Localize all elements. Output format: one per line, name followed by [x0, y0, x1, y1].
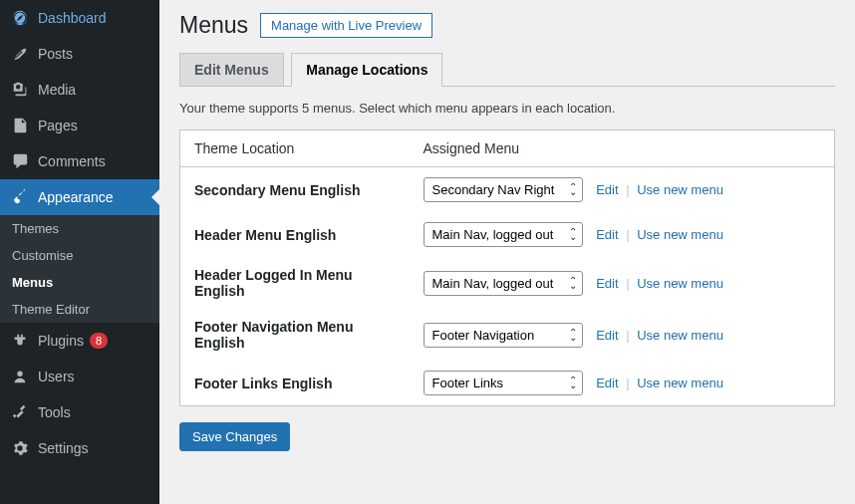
sidebar-label: Users — [38, 369, 75, 384]
edit-link[interactable]: Edit — [596, 328, 618, 343]
edit-link[interactable]: Edit — [596, 376, 618, 390]
sidebar-item-users[interactable]: Users — [0, 359, 159, 394]
comment-icon — [10, 151, 30, 171]
brush-icon — [10, 187, 30, 207]
edit-link[interactable]: Edit — [596, 276, 618, 291]
sidebar-item-tools[interactable]: Tools — [0, 394, 159, 430]
submenu-item-themes[interactable]: Themes — [0, 215, 159, 242]
row-actions: Edit | Use new menu — [596, 376, 723, 390]
intro-text: Your theme supports 5 menus. Select whic… — [179, 101, 835, 116]
table-row: Header Logged In Menu English Main Nav, … — [180, 257, 835, 309]
plugin-icon — [10, 331, 30, 351]
table-row: Footer Navigation Menu English Footer Na… — [180, 309, 835, 361]
tools-icon — [10, 402, 30, 422]
sidebar-item-settings[interactable]: Settings — [0, 430, 159, 466]
sidebar-item-media[interactable]: Media — [0, 72, 159, 108]
page-title: Menus — [179, 12, 248, 39]
sidebar-label: Tools — [38, 404, 71, 420]
use-new-menu-link[interactable]: Use new menu — [637, 328, 723, 343]
submenu-item-customise[interactable]: Customise — [0, 242, 159, 269]
users-icon — [10, 367, 30, 386]
tab-edit-menus[interactable]: Edit Menus — [179, 53, 284, 86]
assigned-menu-select[interactable]: Secondary Nav Right — [424, 177, 583, 202]
page-header: Menus Manage with Live Preview — [179, 0, 835, 39]
edit-link[interactable]: Edit — [596, 182, 618, 197]
sidebar-label: Media — [38, 82, 76, 98]
sidebar-label: Posts — [38, 46, 73, 62]
sidebar-submenu-appearance: Themes Customise Menus Theme Editor — [0, 215, 159, 323]
tab-manage-locations[interactable]: Manage Locations — [291, 53, 442, 87]
sidebar-item-appearance[interactable]: Appearance — [0, 179, 159, 215]
assigned-menu-select[interactable]: Footer Links — [424, 371, 583, 395]
media-icon — [10, 80, 30, 100]
admin-sidebar: Dashboard Posts Media Pages Comments App… — [0, 0, 159, 504]
sidebar-item-comments[interactable]: Comments — [0, 143, 159, 179]
use-new-menu-link[interactable]: Use new menu — [637, 276, 723, 291]
pin-icon — [10, 44, 30, 64]
sidebar-label: Dashboard — [38, 10, 107, 26]
row-actions: Edit | Use new menu — [596, 227, 723, 242]
use-new-menu-link[interactable]: Use new menu — [637, 182, 723, 197]
assigned-menu-select[interactable]: Footer Navigation — [424, 323, 583, 348]
sidebar-label: Comments — [38, 153, 106, 169]
plugins-update-badge: 8 — [90, 333, 108, 349]
row-actions: Edit | Use new menu — [596, 182, 723, 197]
th-assigned: Assigned Menu — [410, 130, 835, 167]
sidebar-item-pages[interactable]: Pages — [0, 108, 159, 143]
sidebar-item-dashboard[interactable]: Dashboard — [0, 0, 159, 36]
location-label: Header Logged In Menu English — [180, 257, 410, 309]
sidebar-label: Appearance — [38, 189, 114, 205]
manage-live-preview-button[interactable]: Manage with Live Preview — [260, 13, 432, 38]
sidebar-item-posts[interactable]: Posts — [0, 36, 159, 72]
main-content: Menus Manage with Live Preview Edit Menu… — [159, 0, 855, 504]
use-new-menu-link[interactable]: Use new menu — [637, 376, 723, 390]
sidebar-label: Pages — [38, 118, 78, 133]
sidebar-label: Settings — [38, 440, 89, 456]
assigned-menu-select[interactable]: Main Nav, logged out — [424, 271, 583, 296]
pages-icon — [10, 116, 30, 135]
sidebar-item-plugins[interactable]: Plugins 8 — [0, 323, 159, 359]
location-label: Footer Navigation Menu English — [180, 309, 410, 361]
assigned-menu-select[interactable]: Main Nav, logged out — [424, 222, 583, 247]
location-label: Footer Links English — [180, 361, 410, 406]
row-actions: Edit | Use new menu — [596, 276, 723, 291]
save-changes-button[interactable]: Save Changes — [179, 422, 290, 451]
row-actions: Edit | Use new menu — [596, 328, 723, 343]
location-label: Secondary Menu English — [180, 167, 410, 213]
nav-tabs: Edit Menus Manage Locations — [179, 53, 835, 87]
settings-icon — [10, 438, 30, 458]
submit-row: Save Changes — [179, 422, 835, 451]
sidebar-label: Plugins — [38, 333, 84, 349]
table-row: Footer Links English Footer Links Edit |… — [180, 361, 835, 406]
location-label: Header Menu English — [180, 212, 410, 257]
dashboard-icon — [10, 8, 30, 28]
submenu-item-theme-editor[interactable]: Theme Editor — [0, 296, 159, 323]
table-row: Secondary Menu English Secondary Nav Rig… — [180, 167, 835, 213]
th-location: Theme Location — [180, 130, 410, 167]
use-new-menu-link[interactable]: Use new menu — [637, 227, 723, 242]
table-row: Header Menu English Main Nav, logged out… — [180, 212, 835, 257]
locations-table: Theme Location Assigned Menu Secondary M… — [179, 129, 835, 406]
submenu-item-menus[interactable]: Menus — [0, 269, 159, 296]
edit-link[interactable]: Edit — [596, 227, 618, 242]
